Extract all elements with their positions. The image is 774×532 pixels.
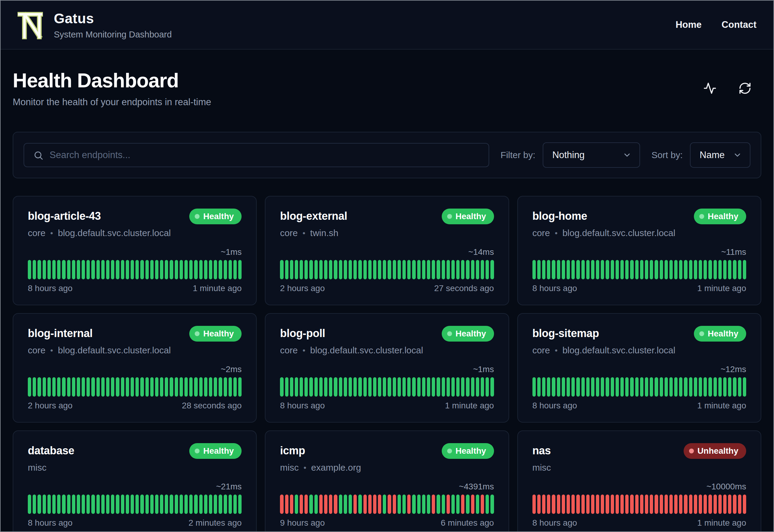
uptime-bar[interactable]	[471, 377, 474, 397]
uptime-bar[interactable]	[733, 377, 736, 397]
uptime-bar[interactable]	[596, 260, 599, 279]
uptime-bar[interactable]	[358, 377, 362, 397]
uptime-bar[interactable]	[324, 260, 327, 279]
uptime-bar[interactable]	[150, 377, 154, 397]
uptime-bar[interactable]	[476, 377, 479, 397]
uptime-bar[interactable]	[723, 377, 727, 397]
uptime-bar[interactable]	[111, 260, 114, 279]
uptime-bar[interactable]	[447, 260, 450, 279]
uptime-bar[interactable]	[126, 495, 129, 514]
uptime-bar[interactable]	[175, 377, 178, 397]
uptime-bar[interactable]	[665, 260, 668, 279]
uptime-bar[interactable]	[67, 260, 70, 279]
uptime-bar[interactable]	[417, 495, 421, 514]
uptime-bar[interactable]	[363, 495, 367, 514]
uptime-bar[interactable]	[616, 377, 619, 397]
uptime-bar[interactable]	[314, 260, 318, 279]
uptime-bar[interactable]	[417, 260, 421, 279]
uptime-bar[interactable]	[689, 495, 692, 514]
uptime-bar[interactable]	[189, 377, 193, 397]
uptime-bar[interactable]	[28, 377, 31, 397]
uptime-bar[interactable]	[324, 377, 327, 397]
uptime-bar[interactable]	[422, 260, 425, 279]
uptime-bar[interactable]	[476, 260, 479, 279]
uptime-bar[interactable]	[219, 377, 222, 397]
uptime-bar[interactable]	[581, 495, 585, 514]
uptime-bar[interactable]	[116, 260, 119, 279]
uptime-bar[interactable]	[77, 260, 80, 279]
uptime-bar[interactable]	[456, 495, 460, 514]
uptime-bar[interactable]	[57, 377, 60, 397]
uptime-bar[interactable]	[111, 495, 114, 514]
uptime-bar[interactable]	[650, 260, 653, 279]
uptime-bar[interactable]	[309, 377, 313, 397]
search-input[interactable]	[24, 143, 489, 167]
uptime-bar[interactable]	[290, 260, 293, 279]
uptime-bar[interactable]	[427, 377, 430, 397]
uptime-bar[interactable]	[456, 377, 460, 397]
uptime-bar[interactable]	[738, 260, 741, 279]
uptime-bar[interactable]	[106, 377, 109, 397]
uptime-bar[interactable]	[718, 377, 722, 397]
uptime-bar[interactable]	[189, 260, 193, 279]
uptime-bar[interactable]	[596, 377, 599, 397]
uptime-bar[interactable]	[542, 495, 545, 514]
uptime-bar[interactable]	[398, 495, 401, 514]
uptime-bar[interactable]	[490, 495, 494, 514]
uptime-bar[interactable]	[451, 260, 455, 279]
uptime-bar[interactable]	[437, 260, 440, 279]
endpoint-card[interactable]: blog-internal Healthy core • blog.defaul…	[13, 313, 257, 423]
uptime-bar[interactable]	[537, 260, 541, 279]
uptime-bar[interactable]	[37, 377, 41, 397]
uptime-bar[interactable]	[591, 495, 594, 514]
uptime-bar[interactable]	[295, 495, 298, 514]
uptime-bar[interactable]	[184, 377, 188, 397]
uptime-bar[interactable]	[135, 495, 139, 514]
uptime-bar[interactable]	[407, 495, 411, 514]
uptime-bar[interactable]	[606, 495, 609, 514]
uptime-bar[interactable]	[635, 377, 639, 397]
uptime-bar[interactable]	[309, 260, 313, 279]
uptime-bar[interactable]	[160, 495, 163, 514]
uptime-bar[interactable]	[285, 260, 288, 279]
uptime-bar[interactable]	[402, 377, 406, 397]
uptime-bar[interactable]	[466, 260, 469, 279]
uptime-bar[interactable]	[334, 377, 337, 397]
uptime-bar[interactable]	[723, 260, 727, 279]
uptime-bar[interactable]	[353, 495, 357, 514]
uptime-bar[interactable]	[571, 377, 575, 397]
uptime-bar[interactable]	[319, 377, 323, 397]
uptime-bar[interactable]	[665, 377, 668, 397]
uptime-bar[interactable]	[660, 377, 663, 397]
uptime-bar[interactable]	[111, 377, 114, 397]
uptime-bar[interactable]	[339, 495, 342, 514]
uptime-bar[interactable]	[576, 260, 580, 279]
uptime-bar[interactable]	[106, 260, 109, 279]
uptime-bar[interactable]	[319, 260, 323, 279]
uptime-bar[interactable]	[481, 260, 484, 279]
uptime-bar[interactable]	[145, 495, 149, 514]
uptime-bar[interactable]	[368, 377, 372, 397]
uptime-bar[interactable]	[471, 495, 474, 514]
uptime-bar[interactable]	[723, 495, 727, 514]
uptime-bar[interactable]	[581, 377, 585, 397]
uptime-bar[interactable]	[309, 495, 313, 514]
uptime-bar[interactable]	[728, 260, 731, 279]
uptime-bar[interactable]	[398, 260, 401, 279]
uptime-bar[interactable]	[655, 495, 658, 514]
uptime-bar[interactable]	[393, 377, 396, 397]
uptime-bar[interactable]	[466, 377, 469, 397]
uptime-bar[interactable]	[33, 377, 36, 397]
uptime-bar[interactable]	[743, 260, 746, 279]
uptime-bar[interactable]	[407, 260, 411, 279]
uptime-bar[interactable]	[160, 260, 163, 279]
uptime-bar[interactable]	[471, 260, 474, 279]
uptime-bar[interactable]	[620, 260, 624, 279]
uptime-bar[interactable]	[62, 260, 65, 279]
uptime-bar[interactable]	[547, 260, 550, 279]
uptime-bar[interactable]	[37, 260, 41, 279]
uptime-bar[interactable]	[180, 260, 183, 279]
uptime-bar[interactable]	[319, 495, 323, 514]
uptime-bar[interactable]	[368, 495, 372, 514]
uptime-bar[interactable]	[486, 260, 489, 279]
